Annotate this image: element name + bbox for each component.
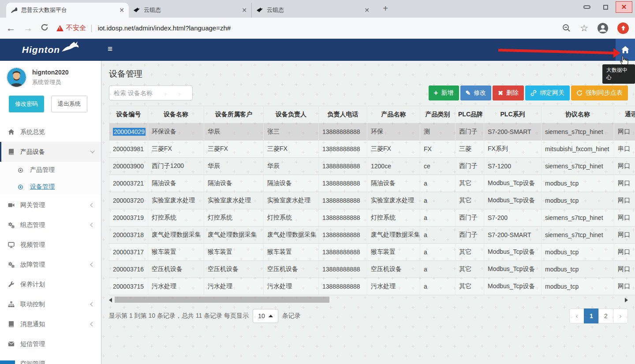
sidebar-item[interactable]: 保养计划 [0, 275, 101, 294]
table-row[interactable]: 200003981三菱FX三菱FX三菱FX13888888888三菱FXFX三菱… [109, 141, 635, 158]
table-cell: 串口 [614, 141, 635, 158]
table-row[interactable]: 200003721隔油设备隔油设备隔油设备13888888888隔油设备a其它M… [109, 175, 635, 192]
table-cell: 隔油设备 [148, 175, 204, 192]
绑定网关-button[interactable]: 绑定网关 [525, 85, 570, 100]
table-row[interactable]: 200003900西门子1200华辰华辰138888888881200cece西… [109, 158, 635, 175]
column-header[interactable]: 通讯方式 [614, 106, 635, 123]
tab-title: 云组态 [144, 6, 238, 14]
tab-close-icon[interactable]: ✕ [364, 7, 370, 14]
bookmark-star-icon[interactable]: ☆ [580, 23, 588, 33]
column-header[interactable]: PLC品牌 [456, 106, 484, 123]
browser-tab[interactable]: 云组态✕ [129, 3, 251, 18]
table-cell: 污水处理 [367, 278, 420, 295]
sidebar-subitem[interactable]: 设备管理 [0, 178, 101, 195]
minimize-button[interactable] [579, 1, 595, 13]
sidebar-item[interactable]: 系统总览 [0, 122, 101, 142]
zoom-out-icon[interactable] [562, 23, 571, 33]
forward-button[interactable]: → [23, 23, 33, 33]
强制同步点表-button[interactable]: 强制同步点表 [571, 85, 628, 100]
删除-button[interactable]: ✖删除 [493, 85, 524, 100]
sidebar-item[interactable]: 组态管理 [0, 215, 101, 235]
restore-button[interactable] [597, 1, 614, 13]
scroll-left-arrow-icon[interactable] [109, 298, 112, 302]
sidebar-item[interactable]: 故障管理 [0, 255, 101, 275]
table-cell: 200003717 [109, 244, 148, 261]
cross-icon: ✖ [498, 89, 503, 97]
page-size-dropdown[interactable]: 10 [253, 309, 278, 323]
page-next-button[interactable]: › [613, 308, 628, 323]
browser-toolbar: ← → ! 不安全 | iot.idosp.net/admin/index.ht… [0, 18, 635, 39]
scrollbar-thumb[interactable] [115, 297, 329, 303]
security-warning-label[interactable]: 不安全 [66, 24, 86, 32]
reload-button[interactable] [41, 23, 49, 33]
table-cell: 网口 [614, 261, 635, 278]
column-header[interactable]: 设备编号 [109, 106, 148, 123]
column-header[interactable]: 负责人电话 [319, 106, 367, 123]
username: hignton2020 [32, 69, 68, 76]
address-bar[interactable]: iot.idosp.net/admin/index.html?language=… [98, 24, 231, 32]
table-row[interactable]: 200003718废气处理数据采集废气处理数据采集废气处理数据采集1388888… [109, 227, 635, 244]
change-password-button[interactable]: 修改密码 [9, 96, 44, 112]
table-cell: S7-1200 [484, 158, 542, 175]
table-cell: 猴车装置 [204, 244, 264, 261]
page-prev-button[interactable]: ‹ [569, 308, 584, 323]
chevron-left-icon [90, 203, 95, 208]
gears-icon [8, 261, 19, 268]
sidebar-item[interactable]: 空间管理 [0, 354, 101, 364]
sidebar-item[interactable]: 产品设备 [0, 142, 101, 162]
table-row[interactable]: 200003715污水处理污水处理污水处理13888888888污水处理a其它M… [109, 278, 635, 295]
table-cell: modbus_tcp [542, 278, 614, 295]
table-cell: 三菱FX [264, 141, 319, 158]
back-button[interactable]: ← [6, 23, 15, 33]
table-cell: 200003721 [109, 175, 148, 192]
selected-text: 200004029 [113, 128, 146, 136]
profile-avatar-icon[interactable] [597, 22, 609, 34]
table-cell: 污水处理 [264, 278, 319, 295]
search-input[interactable] [109, 85, 193, 100]
pencil-icon: ✎ [466, 89, 471, 97]
extension-button[interactable] [617, 22, 629, 34]
column-header[interactable]: 产品类别 [420, 106, 456, 123]
column-header[interactable]: 设备负责人 [264, 106, 319, 123]
new-tab-button[interactable]: + [379, 3, 392, 15]
page-button[interactable]: 2 [598, 308, 613, 323]
table-cell: ce [420, 158, 456, 175]
logout-button[interactable]: 退出系统 [51, 96, 87, 112]
新增-button[interactable]: +新增 [429, 85, 459, 100]
修改-button[interactable]: ✎修改 [460, 85, 492, 100]
table-row[interactable]: 200003720实验室废水处理实验室废水处理实验室废水处理1388888888… [109, 192, 635, 209]
sidebar-item[interactable]: 网关管理 [0, 195, 101, 215]
sidebar-item-label: 消息通知 [20, 320, 45, 328]
sidebar-toggle-icon[interactable]: ≡ [108, 44, 112, 54]
sidebar-item[interactable]: 联动控制 [0, 294, 101, 314]
table-row[interactable]: 200004029环保设备华辰张三13888888888环保测西门子S7-200… [109, 123, 635, 141]
column-header[interactable]: 设备名称 [148, 106, 204, 123]
tab-close-icon[interactable]: ✕ [242, 7, 247, 14]
table-row[interactable]: 200003719灯控系统灯控系统灯控系统13888888888灯控系统a西门子… [109, 209, 635, 227]
scroll-right-arrow-icon[interactable] [625, 298, 628, 302]
sidebar-item[interactable]: 短信管理 [0, 334, 101, 354]
column-header[interactable]: 设备所属客户 [204, 106, 264, 123]
minimize-icon [583, 5, 590, 9]
sidebar-item[interactable]: 视频管理 [0, 235, 101, 255]
sidebar-subitem[interactable]: 产品管理 [0, 162, 101, 178]
browser-tab[interactable]: 思普云大数据平台✕ [6, 3, 129, 18]
summary-prefix: 显示第 1 到第 10 条记录，总共 11 条记录 每页显示 [109, 312, 249, 320]
tab-close-icon[interactable]: ✕ [119, 7, 124, 14]
column-header[interactable]: PLC系列 [484, 106, 542, 123]
table-row[interactable]: 200003717猴车装置猴车装置猴车装置13888888888猴车装置a其它M… [109, 244, 635, 261]
table-cell: 西门子 [456, 158, 484, 175]
column-header[interactable]: 协议名称 [542, 106, 614, 123]
sidebar-item[interactable]: 消息通知 [0, 314, 101, 334]
column-header[interactable]: 产品名称 [367, 106, 420, 123]
close-button[interactable]: ✕ [616, 1, 632, 13]
page-button[interactable]: 1 [584, 308, 599, 323]
browser-tab[interactable]: 云组态✕ [251, 3, 374, 18]
table-cell: 灯控系统 [264, 209, 319, 227]
table-row[interactable]: 200003716空压机设备空压机设备空压机设备13888888888空压机设备… [109, 261, 635, 278]
table-cell: 200003716 [109, 261, 148, 278]
table-cell: 华辰 [264, 158, 319, 175]
pagination: ‹12› [570, 308, 628, 323]
horizontal-scrollbar[interactable] [109, 297, 628, 303]
window-controls: ✕ [579, 1, 632, 13]
